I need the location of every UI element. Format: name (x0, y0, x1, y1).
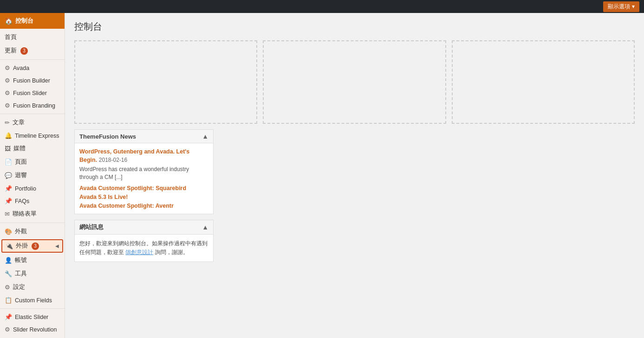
sidebar-item-elastic-slider[interactable]: 📌 Elastic Slider (0, 311, 65, 323)
elastic-slider-icon: 📌 (5, 313, 12, 320)
site-info-widget-body: 您好，歡迎來到網站控制台。如果操作過程中有遇到任何問題，歡迎至 鴿創意設計 詢問… (75, 235, 213, 261)
site-info-widget-header: 網站訊息 ▲ (75, 220, 213, 235)
plugins-arrow-icon: ◀ (55, 243, 59, 249)
appearance-icon: 🎨 (5, 228, 12, 235)
updates-badge: 3 (20, 47, 28, 55)
avada-icon: ⚙ (5, 64, 10, 71)
faqs-icon: 📌 (5, 198, 12, 204)
elastic-slider-label: Elastic Slider (15, 314, 48, 320)
screen-options-label: 顯示選項 (608, 3, 630, 11)
faqs-label: FAQs (15, 198, 29, 204)
site-info-widget: 網站訊息 ▲ 您好，歡迎來到網站控制台。如果操作過程中有遇到任何問題，歡迎至 鴿… (74, 220, 214, 262)
tools-label: 工具 (15, 270, 27, 278)
accounts-icon: 👤 (5, 257, 12, 264)
sidebar-item-articles[interactable]: ✏ 文章 (0, 116, 65, 129)
plugins-icon: 🔌 (6, 242, 13, 249)
sidebar-item-contact-form[interactable]: ✉ 聯絡表單 (0, 207, 65, 221)
portfolio-icon: 📌 (5, 185, 12, 192)
timeline-icon: 🔔 (5, 132, 12, 139)
sidebar-item-custom-fields[interactable]: 📋 Custom Fields (0, 294, 65, 306)
sidebar-item-convert-plus[interactable]: ⚙ Convert Plus (0, 336, 65, 338)
sidebar-item-tools[interactable]: 🔧 工具 (0, 267, 65, 281)
plugins-badge: 3 (32, 242, 39, 250)
pages-label: 頁面 (15, 158, 27, 166)
news-link-0[interactable]: Avada Customer Spotlight: Squarebird (79, 185, 208, 191)
sidebar: 🏠 控制台 首頁 更新 3 ⚙ Avada ⚙ Fusion Builder ⚙ (0, 13, 65, 338)
site-info-text: 您好，歡迎來到網站控制台。如果操作過程中有遇到任何問題，歡迎至 鴿創意設計 詢問… (79, 239, 208, 257)
sidebar-item-settings[interactable]: ⚙ 設定 (0, 281, 65, 294)
fusion-builder-label: Fusion Builder (13, 77, 50, 84)
screen-options-button[interactable]: 顯示選項 ▾ (603, 1, 639, 12)
sidebar-item-home[interactable]: 首頁 (0, 31, 65, 44)
articles-label: 文章 (13, 119, 25, 127)
placeholder-row (74, 40, 635, 124)
divider-3 (0, 223, 65, 223)
appearance-label: 外觀 (15, 228, 27, 236)
articles-icon: ✏ (5, 119, 10, 126)
plugins-label: 外掛 (16, 242, 28, 250)
fusion-slider-icon: ⚙ (5, 89, 10, 96)
sidebar-header-label: 控制台 (15, 17, 33, 25)
contact-form-label: 聯絡表單 (13, 210, 37, 218)
comments-icon: 💬 (5, 172, 12, 179)
custom-fields-icon: 📋 (5, 297, 12, 304)
slider-revolution-icon: ⚙ (5, 326, 10, 333)
sidebar-item-avada[interactable]: ⚙ Avada (0, 62, 65, 74)
divider-2 (0, 114, 65, 114)
sidebar-item-updates[interactable]: 更新 3 (0, 44, 65, 57)
plugin-row-wrapper: 🔌 外掛 3 ◀ 已安裝外掛 安裝外掛 外掛編輯器 (0, 239, 65, 253)
sidebar-item-appearance[interactable]: 🎨 外觀 (0, 225, 65, 238)
media-label: 媒體 (13, 145, 26, 153)
news-main-title[interactable]: WordPress, Gutenberg and Avada. Let's Be… (79, 148, 189, 163)
news-widget-title: ThemeFusion News (79, 133, 136, 140)
news-widget-body: WordPress, Gutenberg and Avada. Let's Be… (75, 143, 213, 214)
news-widget-header: ThemeFusion News ▲ (75, 130, 213, 143)
sidebar-item-comments[interactable]: 💬 迴響 (0, 169, 65, 182)
tools-icon: 🔧 (5, 270, 12, 277)
divider-1 (0, 59, 65, 60)
sidebar-item-faqs[interactable]: 📌 FAQs (0, 195, 65, 207)
sidebar-item-accounts[interactable]: 👤 帳號 (0, 254, 65, 267)
sidebar-item-fusion-builder[interactable]: ⚙ Fusion Builder (0, 74, 65, 87)
updates-label: 更新 (5, 47, 17, 55)
site-info-title: 網站訊息 (79, 223, 104, 231)
sidebar-item-timeline-express[interactable]: 🔔 Timeline Express (0, 129, 65, 142)
sidebar-item-plugins[interactable]: 🔌 外掛 3 ◀ (1, 239, 63, 253)
sidebar-section-main: 首頁 更新 3 ⚙ Avada ⚙ Fusion Builder ⚙ Fusio… (0, 29, 65, 338)
contact-form-icon: ✉ (5, 210, 10, 217)
page-title: 控制台 (74, 20, 635, 33)
placeholder-box-3 (452, 40, 635, 124)
sidebar-header[interactable]: 🏠 控制台 (0, 13, 65, 29)
sidebar-item-fusion-branding[interactable]: ⚙ Fusion Branding (0, 99, 65, 112)
fusion-branding-label: Fusion Branding (13, 102, 55, 109)
comments-label: 迴響 (15, 172, 27, 179)
top-bar: 顯示選項 ▾ (0, 0, 644, 13)
fusion-builder-icon: ⚙ (5, 77, 10, 84)
news-link-2[interactable]: Avada Customer Spotlight: Aventr (79, 203, 208, 209)
timeline-label: Timeline Express (15, 133, 59, 139)
accounts-label: 帳號 (15, 256, 27, 264)
sidebar-item-media[interactable]: 🖼 媒體 (0, 142, 65, 155)
news-link-1[interactable]: Avada 5.3 Is Live! (79, 194, 208, 200)
news-main-article: WordPress, Gutenberg and Avada. Let's Be… (79, 148, 208, 181)
sidebar-item-slider-revolution[interactable]: ⚙ Slider Revolution (0, 323, 65, 336)
arrow-icon: ▾ (632, 3, 635, 10)
placeholder-box-1 (74, 40, 257, 124)
news-widget: ThemeFusion News ▲ WordPress, Gutenberg … (74, 129, 214, 214)
pages-icon: 📄 (5, 159, 12, 166)
layout: 🏠 控制台 首頁 更新 3 ⚙ Avada ⚙ Fusion Builder ⚙ (0, 13, 644, 338)
fusion-slider-label: Fusion Slider (13, 90, 47, 96)
slider-revolution-label: Slider Revolution (13, 326, 57, 333)
divider-4 (0, 308, 65, 309)
fusion-branding-icon: ⚙ (5, 102, 10, 109)
sidebar-item-portfolio[interactable]: 📌 Portfolio (0, 182, 65, 195)
portfolio-label: Portfolio (15, 185, 36, 192)
placeholder-box-2 (263, 40, 446, 124)
sidebar-item-fusion-slider[interactable]: ⚙ Fusion Slider (0, 87, 65, 99)
settings-icon: ⚙ (5, 284, 10, 291)
site-info-link[interactable]: 鴿創意設計 (125, 249, 153, 255)
news-toggle-icon[interactable]: ▲ (202, 133, 208, 140)
sidebar-item-pages[interactable]: 📄 頁面 (0, 155, 65, 169)
site-info-toggle-icon[interactable]: ▲ (202, 223, 208, 231)
dashboard-icon: 🏠 (5, 17, 13, 25)
